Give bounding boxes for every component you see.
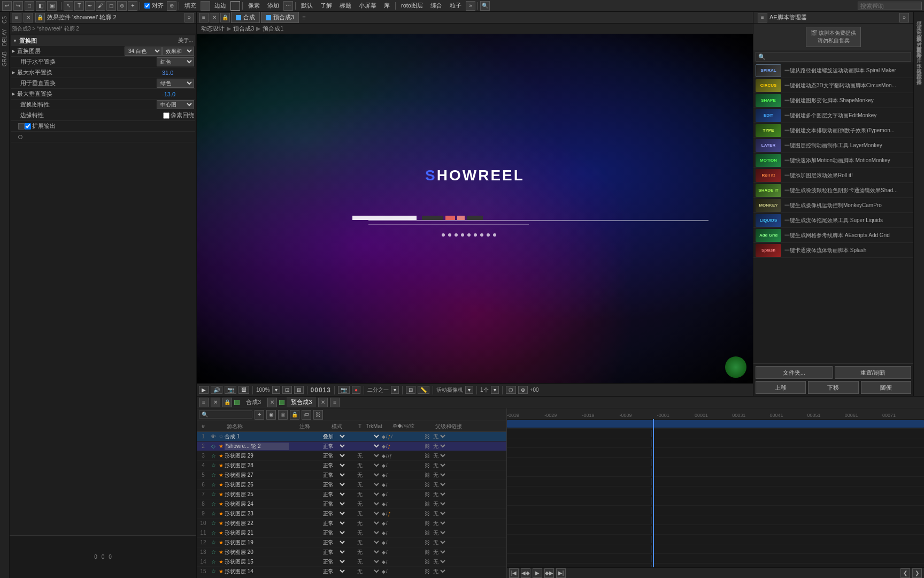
rvtab-info[interactable]: 信息 [914,14,924,18]
rvtab-audio[interactable]: 音频 [914,19,924,24]
tl-layers-scroll[interactable]: 1 👁 ☆ 合成 1 叠加 [197,432,506,578]
layer-vis-7[interactable]: ☆ [210,491,217,497]
mode-select-12[interactable]: 正常 [321,539,346,546]
layer-trkmat-9[interactable]: 无 [355,510,382,517]
menu-smallscreen[interactable]: 小屏幕 [356,1,380,11]
layer-row-12[interactable]: 12 ☆ ★ 形状图层 19 正常 无 ◆ / ⛓ 无 [197,538,506,547]
layer-vis-12[interactable]: ☆ [210,539,217,545]
layer-row-3[interactable]: 3 ☆ ★ 形状图层 29 正常 无 ◆ / /ƒ ⛓ 无 [197,451,506,461]
trkmat-select-13[interactable]: 无 [355,549,381,556]
layer-vis-8[interactable]: ☆ [210,501,217,507]
tl-parent-icon[interactable]: ⛓ [313,410,323,420]
layer-mode-8[interactable]: 正常 [321,500,348,507]
menu-composite[interactable]: 综合 [427,1,445,11]
layer-row-7[interactable]: 7 ☆ ★ 形状图层 25 正常 无 ◆ / ⛓ 无 [197,490,506,499]
layer-vis-15[interactable]: ☆ [210,568,217,574]
search-icon[interactable]: 🔍 [480,1,490,11]
trkmat-select-15[interactable]: 无 [355,568,381,575]
layer-row-15[interactable]: 15 ☆ ★ 形状图层 14 正常 无 ◆ / ⛓ 无 [197,567,506,576]
vt-zoom-dropdown[interactable]: ▾ [272,386,280,394]
max-horiz-value[interactable]: 31.0 [162,70,194,76]
open-button[interactable]: ◧ [36,1,45,11]
expand-icon[interactable]: » [466,1,475,11]
layer-mode-9[interactable]: 正常 [321,510,348,517]
refresh-btn[interactable]: 重置/刷新 [835,366,912,379]
layer-trkmat-8[interactable]: 无 [355,500,382,507]
vt-fit-icon[interactable]: ⊡ [282,386,292,394]
layer-row-2[interactable]: 2 ◇ ★ *showre... 轮 2 正常 [197,442,506,451]
script-search-input[interactable] [756,52,911,62]
vt-show-snapshot-icon[interactable]: 🖼 [238,386,249,394]
layer-mode-2[interactable]: 正常 [321,443,348,450]
up-btn[interactable]: 上移 [756,381,806,394]
layer-vis-3[interactable]: ☆ [210,453,217,459]
vt-quality-dropdown[interactable]: ▾ [391,386,399,394]
script-item-shade[interactable]: SHADE IT 一键生成噪波颗粒粒色阴影卡通滤镜效果Shad... [753,183,913,198]
select-tool[interactable]: ↖ [64,1,73,11]
bc-preview3[interactable]: 预合成3 [233,25,254,33]
layer-row-10[interactable]: 10 ☆ ★ 形状图层 22 正常 无 ◆ / ⛓ 无 [197,519,506,528]
trkmat-select-14[interactable]: 无 [355,558,381,565]
layer-row-11[interactable]: 11 ☆ ★ 形状图层 21 正常 无 ◆ / ⛓ 无 [197,528,506,538]
comp-tab-main[interactable]: 合成 [231,12,260,23]
vt-pixel-icon[interactable]: ⊞ [294,386,304,394]
parent-select-15[interactable]: 无 [431,568,447,575]
layer-trkmat-2[interactable] [355,443,382,450]
shape-tool[interactable]: ✦ [128,1,137,11]
puppet-tool[interactable]: ⊛ [117,1,127,11]
trkmat-select-11[interactable]: 无 [355,529,381,536]
layer-row-9[interactable]: 9 ☆ ★ 形状图层 23 正常 无 ◆ / ƒ ⛓ 无 [197,509,506,519]
menu-library[interactable]: 库 [381,1,393,11]
redo-button[interactable]: ↪ [13,1,23,11]
trkmat-select-1[interactable] [355,433,381,440]
mode-select-3[interactable]: 正常 [321,452,346,459]
script-item-roll[interactable]: Roll it! 一键添加图层滚动效果Roll it! [753,168,913,183]
layer-vis-5[interactable]: ☆ [210,472,217,478]
trkmat-select-3[interactable]: 无 [355,452,381,459]
layer-trkmat-1[interactable] [355,433,382,440]
tl-tracks-scroll[interactable] [507,419,924,567]
stroke-color[interactable] [230,1,240,11]
random-btn[interactable]: 随便 [861,381,911,394]
trkmat-select-10[interactable]: 无 [355,520,381,527]
mode-select-13[interactable]: 正常 [321,549,346,556]
menu-add[interactable]: 添加 [264,1,282,11]
parent-select-9[interactable]: 无 [431,510,447,517]
mode-select-4[interactable]: 正常 [321,462,346,469]
trkmat-select-6[interactable]: 无 [355,481,381,488]
panel-lock-icon[interactable]: 🔒 [35,13,45,22]
menu-learn[interactable]: 了解 [317,1,335,11]
layer-trkmat-15[interactable]: 无 [355,568,382,575]
tl-solo-icon[interactable]: ◉ [266,410,276,420]
snap-icon[interactable]: ⊕ [167,1,176,11]
layer-vis-1[interactable]: 👁 [210,434,217,439]
parent-select-5[interactable]: 无 [431,471,447,478]
layer-trkmat-7[interactable]: 无 [355,491,382,498]
tl-lock-icon[interactable]: 🔒 [222,398,232,407]
menu-title[interactable]: 标题 [336,1,355,11]
tl-in-point[interactable]: ❮ [900,568,910,578]
panel-menu-icon[interactable]: ≡ [12,13,21,22]
vt-export-icon[interactable]: ⬡ [506,386,516,394]
trkmat-select-5[interactable]: 无 [355,471,381,478]
parent-select-6[interactable]: 无 [431,481,447,488]
parent-select-8[interactable]: 无 [431,500,447,507]
mode-select-14[interactable]: 正常 [321,558,346,565]
menu-particle[interactable]: 粒子 [446,1,465,11]
rvtab-preview[interactable]: 预览 [914,25,924,29]
tl-last-frame[interactable]: ▶| [556,568,566,578]
vt-record-btn[interactable]: ● [352,386,360,394]
rvtab-paragraph[interactable]: 段落 [914,62,924,66]
max-vert-value[interactable]: -13.0 [162,91,194,97]
horiz-channel-select[interactable]: 红色 [157,57,194,66]
layer-mode-13[interactable]: 正常 [321,549,348,556]
layer-trkmat-6[interactable]: 无 [355,481,382,488]
layer-row-5[interactable]: 5 ☆ ★ 形状图层 27 正常 无 ◆ / ⛓ 无 [197,470,506,480]
displace-prop-select[interactable]: 中心图 [157,100,194,109]
effect-section-header[interactable]: ▼ 置换图 关于... [11,35,195,46]
layer-trkmat-12[interactable]: 无 [355,539,382,546]
eraser-tool[interactable]: ◻ [106,1,116,11]
comp-close-icon[interactable]: ✕ [210,13,219,22]
tl-close-icon[interactable]: ✕ [211,398,220,407]
layer-row-4[interactable]: 4 ☆ ★ 形状图层 28 正常 无 ◆ / ⛓ 无 [197,461,506,470]
